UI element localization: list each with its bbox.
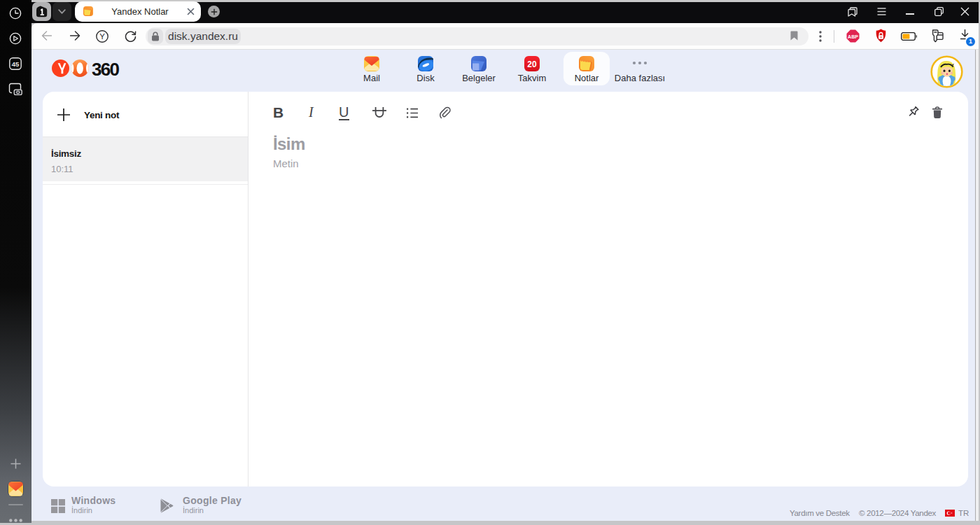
svg-text:45: 45 <box>12 60 20 68</box>
svg-text:Y: Y <box>99 32 105 41</box>
svg-text:ABP: ABP <box>848 34 858 39</box>
svg-text:360: 360 <box>92 59 120 78</box>
svg-text:20: 20 <box>527 59 537 69</box>
